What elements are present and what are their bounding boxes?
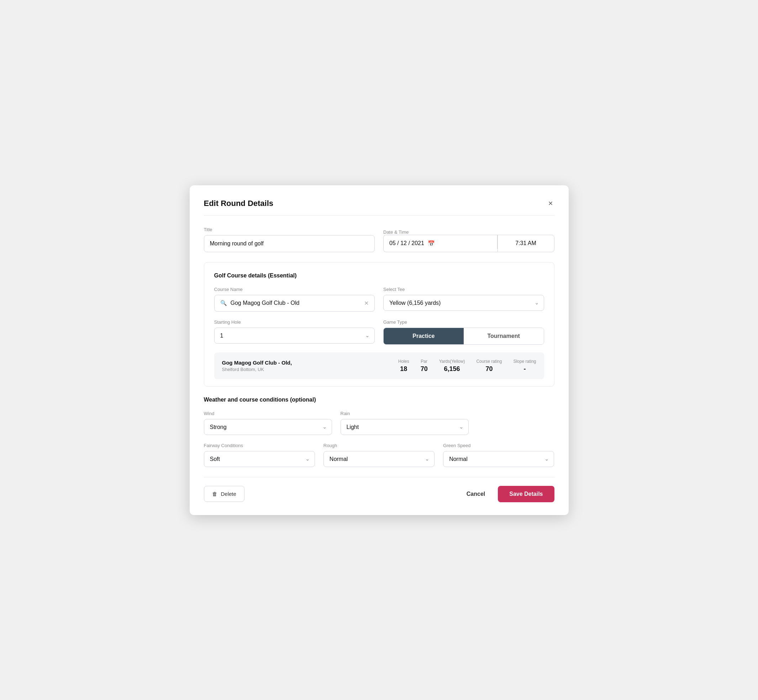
course-rating-value: 70	[485, 365, 493, 373]
weather-section-title: Weather and course conditions (optional)	[204, 397, 554, 403]
holes-label: Holes	[398, 359, 409, 364]
course-stat-holes: Holes 18	[398, 359, 409, 373]
green-speed-wrapper: SlowNormalFastVery Fast ⌄	[443, 451, 554, 467]
fairway-label: Fairway Conditions	[204, 443, 315, 448]
weather-section: Weather and course conditions (optional)…	[204, 397, 554, 467]
par-value: 70	[421, 365, 428, 373]
slope-rating-value: -	[523, 365, 526, 373]
course-info-location: Shelford Bottom, UK	[222, 367, 387, 372]
datetime-field-group: Date & Time 05 / 12 / 2021 📅 7:31 AM	[383, 230, 554, 252]
course-rating-label: Course rating	[476, 359, 502, 364]
date-value: 05 / 12 / 2021	[389, 240, 424, 247]
fairway-group: Fairway Conditions DryNormalSoftWet ⌄	[204, 443, 315, 467]
course-name-label: Course Name	[214, 287, 375, 292]
calendar-icon: 📅	[428, 240, 435, 247]
select-tee-label: Select Tee	[383, 287, 544, 292]
rough-wrapper: ShortNormalLongVery Long ⌄	[324, 451, 434, 467]
course-name-value: Gog Magog Golf Club - Old	[230, 300, 361, 306]
title-input[interactable]	[204, 235, 375, 252]
starting-hole-dropdown[interactable]: 1234 5678 910	[214, 328, 375, 344]
clear-course-button[interactable]: ✕	[364, 300, 369, 306]
wind-label: Wind	[204, 411, 332, 416]
title-datetime-row: Title Date & Time 05 / 12 / 2021 📅 7:31 …	[204, 227, 554, 252]
course-stat-rating: Course rating 70	[476, 359, 502, 373]
game-type-group: Game Type Practice Tournament	[383, 319, 544, 345]
course-stat-par: Par 70	[421, 359, 428, 373]
starting-hole-label: Starting Hole	[214, 319, 375, 325]
wind-wrapper: CalmLightModerateStrongVery Strong ⌄	[204, 419, 332, 435]
close-button[interactable]: ×	[547, 198, 554, 209]
rain-group: Rain NoneLightModerateHeavy ⌄	[341, 411, 469, 435]
rough-dropdown[interactable]: ShortNormalLongVery Long	[324, 451, 434, 467]
title-field-group: Title	[204, 227, 375, 252]
rain-label: Rain	[341, 411, 469, 416]
title-label: Title	[204, 227, 375, 232]
green-speed-group: Green Speed SlowNormalFastVery Fast ⌄	[443, 443, 554, 467]
date-input[interactable]: 05 / 12 / 2021 📅	[383, 235, 497, 252]
starting-hole-wrapper: 1234 5678 910 ⌄	[214, 328, 375, 344]
modal-header: Edit Round Details ×	[204, 198, 554, 216]
edit-round-modal: Edit Round Details × Title Date & Time 0…	[190, 185, 568, 515]
starting-hole-group: Starting Hole 1234 5678 910 ⌄	[214, 319, 375, 345]
time-value: 7:31 AM	[515, 240, 536, 247]
hole-gametype-row: Starting Hole 1234 5678 910 ⌄ Game Type …	[214, 319, 544, 345]
footer-right: Cancel Save Details	[460, 486, 554, 502]
wind-rain-row: Wind CalmLightModerateStrongVery Strong …	[204, 411, 554, 435]
delete-button[interactable]: 🗑 Delete	[204, 486, 244, 502]
save-button[interactable]: Save Details	[498, 486, 554, 502]
wind-group: Wind CalmLightModerateStrongVery Strong …	[204, 411, 332, 435]
select-tee-wrapper: Yellow (6,156 yards) White (6,500 yards)…	[383, 295, 544, 311]
trash-icon: 🗑	[212, 491, 218, 497]
conditions-row: Fairway Conditions DryNormalSoftWet ⌄ Ro…	[204, 443, 554, 467]
course-name-input[interactable]: 🔍 Gog Magog Golf Club - Old ✕	[214, 295, 375, 312]
game-type-label: Game Type	[383, 319, 544, 325]
slope-rating-label: Slope rating	[513, 359, 536, 364]
golf-course-title: Golf Course details (Essential)	[214, 272, 544, 279]
wind-dropdown[interactable]: CalmLightModerateStrongVery Strong	[204, 419, 332, 435]
datetime-label: Date & Time	[383, 230, 554, 235]
course-tee-row: Course Name 🔍 Gog Magog Golf Club - Old …	[214, 287, 544, 312]
rain-wrapper: NoneLightModerateHeavy ⌄	[341, 419, 469, 435]
footer-row: 🗑 Delete Cancel Save Details	[204, 477, 554, 502]
rain-dropdown[interactable]: NoneLightModerateHeavy	[341, 419, 469, 435]
course-info-name-text: Gog Magog Golf Club - Old,	[222, 359, 387, 366]
course-stat-slope: Slope rating -	[513, 359, 536, 373]
fairway-dropdown[interactable]: DryNormalSoftWet	[204, 451, 315, 467]
course-info-bar: Gog Magog Golf Club - Old, Shelford Bott…	[214, 353, 544, 379]
green-speed-dropdown[interactable]: SlowNormalFastVery Fast	[443, 451, 554, 467]
course-stat-yards: Yards(Yellow) 6,156	[439, 359, 465, 373]
golf-course-section: Golf Course details (Essential) Course N…	[204, 262, 554, 387]
yards-value: 6,156	[444, 365, 460, 373]
fairway-wrapper: DryNormalSoftWet ⌄	[204, 451, 315, 467]
practice-toggle-button[interactable]: Practice	[384, 328, 464, 344]
holes-value: 18	[400, 365, 407, 373]
select-tee-group: Select Tee Yellow (6,156 yards) White (6…	[383, 287, 544, 312]
search-icon: 🔍	[220, 300, 227, 306]
cancel-button[interactable]: Cancel	[460, 486, 492, 502]
yards-label: Yards(Yellow)	[439, 359, 465, 364]
select-tee-dropdown[interactable]: Yellow (6,156 yards) White (6,500 yards)…	[383, 295, 544, 311]
par-label: Par	[421, 359, 428, 364]
green-speed-label: Green Speed	[443, 443, 554, 448]
modal-title: Edit Round Details	[204, 199, 274, 208]
tournament-toggle-button[interactable]: Tournament	[464, 328, 544, 344]
time-input[interactable]: 7:31 AM	[498, 235, 554, 252]
course-info-name: Gog Magog Golf Club - Old, Shelford Bott…	[222, 359, 387, 372]
delete-label: Delete	[221, 491, 236, 497]
rough-group: Rough ShortNormalLongVery Long ⌄	[324, 443, 434, 467]
course-name-group: Course Name 🔍 Gog Magog Golf Club - Old …	[214, 287, 375, 312]
rough-label: Rough	[324, 443, 434, 448]
game-type-toggle: Practice Tournament	[383, 328, 544, 345]
